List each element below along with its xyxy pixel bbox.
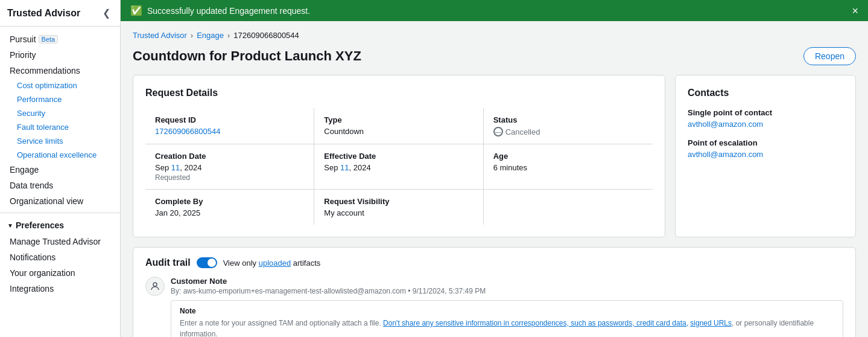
sidebar-preferences-section[interactable]: ▼ Preferences	[0, 217, 120, 234]
sidebar-item-fault-tolerance[interactable]: Fault tolerance	[0, 120, 120, 134]
sidebar-item-operational-excellence[interactable]: Operational excellence	[0, 148, 120, 162]
audit-entry: Customer Note By: aws-kumo-emporium+es-m…	[145, 277, 843, 337]
detail-request-visibility: Request Visibility My account	[314, 190, 483, 225]
type-value: Countdown	[324, 127, 473, 136]
cards-row: Request Details Request ID 1726090668005…	[133, 75, 856, 237]
status-text: Cancelled	[505, 127, 540, 136]
breadcrumb: Trusted Advisor › Engage › 1726090668005…	[133, 31, 856, 40]
note-box-text: Enter a note for your assigned TAM and o…	[180, 318, 834, 337]
svg-point-0	[153, 283, 157, 286]
request-visibility-label: Request Visibility	[324, 197, 473, 206]
sidebar-item-pursuit[interactable]: Pursuit Beta	[0, 31, 120, 47]
banner-close-button[interactable]: ×	[852, 5, 858, 16]
uploaded-artifacts-link[interactable]: uploaded	[259, 258, 291, 268]
page-header: Countdown for Product Launch XYZ Reopen	[133, 47, 856, 65]
sidebar-item-priority[interactable]: Priority	[0, 47, 120, 63]
sidebar-collapse-button[interactable]: ❮	[100, 6, 113, 20]
complete-by-value: Jan 20, 2025	[155, 208, 304, 217]
sidebar-item-label-your-org: Your organization	[10, 268, 75, 278]
sidebar-item-integrations[interactable]: Integrations	[0, 281, 120, 297]
request-visibility-value: My account	[324, 208, 473, 217]
details-row-2: Creation Date Sep 11, 2024 Requested Eff…	[145, 144, 653, 190]
creation-date-link[interactable]: 11	[171, 163, 180, 172]
success-icon: ✅	[130, 5, 142, 16]
audit-filter-text: View only uploaded artifacts	[223, 258, 321, 268]
sidebar-item-notifications[interactable]: Notifications	[0, 249, 120, 265]
content-area: Trusted Advisor › Engage › 1726090668005…	[121, 21, 868, 337]
creation-date-value: Sep 11, 2024	[155, 163, 304, 172]
status-label: Status	[493, 115, 643, 124]
request-id-label: Request ID	[155, 115, 304, 124]
sensitive-info-link[interactable]: Don't share any sensitive information in…	[383, 319, 688, 327]
creation-date-sub: Requested	[155, 173, 304, 182]
creation-date-label: Creation Date	[155, 152, 304, 161]
sidebar-item-label-recommendations: Recommendations	[10, 66, 80, 75]
contact-single-email[interactable]: avtholl@amazon.com	[688, 120, 843, 129]
success-banner: ✅ Successfully updated Engagement reques…	[121, 0, 868, 21]
sidebar-item-label-organizational-view: Organizational view	[10, 196, 83, 206]
sidebar-item-label-integrations: Integrations	[10, 284, 54, 294]
detail-request-id: Request ID 172609066800544	[145, 108, 314, 144]
sidebar-item-cost-optimization[interactable]: Cost optimization	[0, 79, 120, 92]
effective-date-label: Effective Date	[324, 152, 473, 161]
audit-note-title: Customer Note	[171, 277, 843, 286]
sidebar-item-label-engage: Engage	[10, 165, 39, 175]
chevron-down-icon: ▼	[7, 222, 13, 229]
sidebar-item-service-limits[interactable]: Service limits	[0, 134, 120, 148]
contact-escalation: Point of escalation avtholl@amazon.com	[688, 138, 843, 159]
sidebar-item-engage[interactable]: Engage	[0, 162, 120, 178]
contacts-title: Contacts	[688, 88, 843, 98]
age-value: 6 minutes	[493, 163, 643, 172]
detail-complete-by: Complete By Jan 20, 2025	[145, 190, 314, 225]
breadcrumb-current: 172609066800544	[233, 31, 299, 40]
breadcrumb-engage[interactable]: Engage	[197, 31, 224, 40]
sidebar-item-security[interactable]: Security	[0, 106, 120, 120]
effective-date-link[interactable]: 11	[340, 163, 349, 172]
effective-date-value: Sep 11, 2024	[324, 163, 473, 172]
audit-toggle[interactable]	[197, 257, 217, 268]
request-details-card: Request Details Request ID 1726090668005…	[133, 75, 665, 237]
sidebar-divider	[0, 213, 120, 213]
audit-header: Audit trail View only uploaded artifacts	[145, 257, 843, 268]
sidebar-item-data-trends[interactable]: Data trends	[0, 178, 120, 193]
detail-empty	[484, 190, 653, 225]
toggle-knob	[207, 258, 216, 267]
sidebar-item-label-priority: Priority	[10, 50, 36, 60]
sidebar-item-performance[interactable]: Performance	[0, 92, 120, 106]
contact-escalation-label: Point of escalation	[688, 138, 843, 147]
sidebar-item-your-organization[interactable]: Your organization	[0, 265, 120, 281]
audit-avatar	[145, 277, 165, 296]
sidebar-item-organizational-view[interactable]: Organizational view	[0, 193, 120, 209]
request-id-link[interactable]: 172609066800544	[155, 127, 220, 136]
signed-urls-link[interactable]: signed URLs	[690, 319, 732, 327]
reopen-button[interactable]: Reopen	[803, 47, 856, 65]
contact-single-label: Single point of contact	[688, 108, 843, 117]
contact-escalation-email[interactable]: avtholl@amazon.com	[688, 150, 843, 159]
sidebar-item-label-notifications: Notifications	[10, 252, 55, 262]
audit-meta: By: aws-kumo-emporium+es-management-test…	[171, 287, 843, 295]
type-label: Type	[324, 115, 473, 124]
detail-creation-date: Creation Date Sep 11, 2024 Requested	[145, 144, 314, 189]
request-id-value: 172609066800544	[155, 127, 304, 136]
details-row-3: Complete By Jan 20, 2025 Request Visibil…	[145, 190, 653, 225]
audit-trail-title: Audit trail	[145, 257, 191, 268]
sidebar-title: Trusted Advisor	[7, 8, 80, 19]
cancelled-icon: —	[493, 127, 503, 136]
detail-status: Status — Cancelled	[484, 108, 653, 144]
pursuit-badge: Beta	[39, 35, 59, 43]
sidebar-item-manage-trusted-advisor[interactable]: Manage Trusted Advisor	[0, 234, 120, 249]
sidebar-header: Trusted Advisor ❮	[0, 0, 120, 27]
status-value: — Cancelled	[493, 127, 643, 136]
age-label: Age	[493, 152, 643, 161]
contact-single-point: Single point of contact avtholl@amazon.c…	[688, 108, 843, 129]
sidebar-item-recommendations[interactable]: Recommendations	[0, 63, 120, 79]
breadcrumb-trusted-advisor[interactable]: Trusted Advisor	[133, 31, 187, 40]
main-content: ✅ Successfully updated Engagement reques…	[121, 0, 868, 337]
sidebar-item-label-pursuit: Pursuit	[10, 34, 36, 44]
contacts-card: Contacts Single point of contact avtholl…	[675, 75, 856, 237]
sidebar-item-label-data-trends: Data trends	[10, 181, 53, 190]
detail-age: Age 6 minutes	[484, 144, 653, 189]
request-details-title: Request Details	[145, 88, 653, 98]
sidebar: Trusted Advisor ❮ Pursuit Beta Priority …	[0, 0, 121, 337]
page-title: Countdown for Product Launch XYZ	[133, 48, 361, 64]
